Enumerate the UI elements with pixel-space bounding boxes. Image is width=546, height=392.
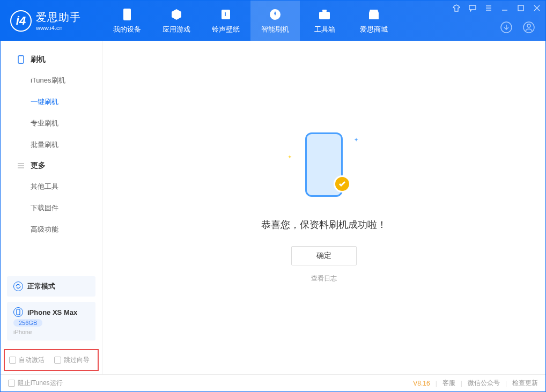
user-icon[interactable] xyxy=(522,20,536,34)
sync-icon xyxy=(13,282,23,291)
separator: | xyxy=(461,380,462,387)
device-type: iPhone xyxy=(13,329,89,335)
device-cards: 正常模式 iPhone XS Max 256GB iPhone xyxy=(1,276,102,346)
nav-group-flash: 刷机 xyxy=(1,49,102,70)
nav-group-title: 更多 xyxy=(31,161,46,171)
tab-flash[interactable]: 智能刷机 xyxy=(250,1,300,41)
user-controls xyxy=(499,20,541,38)
checkbox-auto-activate[interactable]: 自动激活 xyxy=(9,356,45,365)
checkbox-label: 自动激活 xyxy=(19,356,45,365)
checkbox-icon xyxy=(9,357,16,364)
device-icon xyxy=(120,8,134,21)
success-message: 恭喜您，保资料刷机成功啦！ xyxy=(261,218,387,231)
minimize-icon[interactable] xyxy=(500,4,509,12)
maximize-icon[interactable] xyxy=(517,4,525,12)
store-icon xyxy=(367,8,381,21)
phone-small-icon xyxy=(13,307,23,317)
sparkle-icon: ✦ xyxy=(287,154,292,160)
link-check-update[interactable]: 检查更新 xyxy=(512,379,538,388)
checkbox-label: 阻止iTunes运行 xyxy=(18,379,63,388)
link-wechat[interactable]: 微信公众号 xyxy=(468,379,500,388)
svg-rect-0 xyxy=(123,9,131,20)
logo-block: i4 爱思助手 www.i4.cn xyxy=(1,10,102,32)
phone-icon xyxy=(17,55,25,64)
nav-item-advanced[interactable]: 高级功能 xyxy=(1,219,102,240)
logo-text: 爱思助手 www.i4.cn xyxy=(36,10,81,31)
checkbox-block-itunes[interactable]: 阻止iTunes运行 xyxy=(8,379,63,388)
menu-icon[interactable] xyxy=(484,4,493,12)
nav-item-oneclick-flash[interactable]: 一键刷机 xyxy=(1,91,102,113)
body: 刷机 iTunes刷机 一键刷机 专业刷机 批量刷机 更多 其他工具 下载固件 … xyxy=(1,41,545,374)
separator: | xyxy=(436,380,437,387)
sparkle-icon: ✦ xyxy=(354,137,358,143)
toolbox-icon xyxy=(318,8,331,21)
app-url: www.i4.cn xyxy=(36,25,81,31)
close-icon[interactable] xyxy=(533,4,541,12)
sidebar-nav: 刷机 iTunes刷机 一键刷机 专业刷机 批量刷机 更多 其他工具 下载固件 … xyxy=(1,41,102,276)
cube-icon xyxy=(169,8,183,21)
tab-ringtones[interactable]: 铃声壁纸 xyxy=(201,1,250,41)
gear-icon xyxy=(268,8,282,21)
feedback-icon[interactable] xyxy=(468,4,477,12)
download-icon[interactable] xyxy=(499,20,513,34)
device-name: iPhone XS Max xyxy=(27,308,77,316)
view-log-link[interactable]: 查看日志 xyxy=(311,274,337,283)
tab-apps-games[interactable]: 应用游戏 xyxy=(152,1,201,41)
tab-toolbox[interactable]: 工具箱 xyxy=(300,1,349,41)
list-icon xyxy=(17,161,25,170)
tab-store[interactable]: 爱思商城 xyxy=(349,1,399,41)
main-tabs: 我的设备 应用游戏 铃声壁纸 智能刷机 工具箱 爱思商城 xyxy=(102,1,399,41)
window-controls xyxy=(452,4,541,12)
ok-button[interactable]: 确定 xyxy=(291,246,357,265)
app-window: i4 爱思助手 www.i4.cn 我的设备 应用游戏 铃声壁纸 智能刷机 xyxy=(0,0,546,392)
separator: | xyxy=(505,380,507,387)
tab-label: 工具箱 xyxy=(314,25,335,34)
svg-rect-10 xyxy=(17,309,20,315)
tab-label: 铃声壁纸 xyxy=(212,25,240,34)
tab-label: 爱思商城 xyxy=(360,25,388,34)
logo-icon: i4 xyxy=(10,10,32,32)
svg-rect-9 xyxy=(18,56,24,63)
link-support[interactable]: 客服 xyxy=(442,379,455,388)
capacity-badge: 256GB xyxy=(13,319,42,327)
statusbar: 阻止iTunes运行 V8.16 | 客服 | 微信公众号 | 检查更新 xyxy=(1,374,545,391)
mode-label: 正常模式 xyxy=(27,282,55,291)
nav-item-batch-flash[interactable]: 批量刷机 xyxy=(1,134,102,156)
sidebar: 刷机 iTunes刷机 一键刷机 专业刷机 批量刷机 更多 其他工具 下载固件 … xyxy=(1,41,102,374)
success-illustration: ✦ ✦ xyxy=(297,132,351,202)
svg-rect-2 xyxy=(319,12,330,19)
nav-group-title: 刷机 xyxy=(31,55,46,64)
tab-label: 应用游戏 xyxy=(163,25,190,34)
bottom-options-highlighted: 自动激活 跳过向导 xyxy=(4,349,99,371)
nav-item-download-firmware[interactable]: 下载固件 xyxy=(1,197,102,219)
tab-label: 我的设备 xyxy=(113,25,141,34)
tab-label: 智能刷机 xyxy=(261,25,289,34)
music-icon xyxy=(219,8,233,21)
titlebar: i4 爱思助手 www.i4.cn 我的设备 应用游戏 铃声壁纸 智能刷机 xyxy=(1,1,545,41)
checkbox-skip-wizard[interactable]: 跳过向导 xyxy=(54,356,90,365)
shirt-icon[interactable] xyxy=(452,4,461,12)
version-label: V8.16 xyxy=(413,380,430,387)
nav-item-other-tools[interactable]: 其他工具 xyxy=(1,176,102,197)
result-panel: ✦ ✦ 恭喜您，保资料刷机成功啦！ 确定 查看日志 xyxy=(261,132,387,283)
nav-group-more: 更多 xyxy=(1,156,102,176)
svg-rect-3 xyxy=(322,10,327,12)
main-content: ✦ ✦ 恭喜您，保资料刷机成功啦！ 确定 查看日志 xyxy=(102,41,545,374)
tab-my-device[interactable]: 我的设备 xyxy=(102,1,152,41)
checkbox-label: 跳过向导 xyxy=(64,356,90,365)
check-badge-icon xyxy=(334,175,351,193)
checkbox-icon xyxy=(8,380,15,387)
checkbox-icon xyxy=(54,357,61,364)
app-name: 爱思助手 xyxy=(36,10,81,25)
mode-card[interactable]: 正常模式 xyxy=(7,276,95,297)
svg-rect-4 xyxy=(469,5,476,10)
nav-item-pro-flash[interactable]: 专业刷机 xyxy=(1,113,102,134)
svg-point-8 xyxy=(527,24,530,27)
nav-item-itunes-flash[interactable]: iTunes刷机 xyxy=(1,70,102,91)
svg-rect-5 xyxy=(518,5,523,11)
svg-rect-1 xyxy=(222,10,230,19)
device-card[interactable]: iPhone XS Max 256GB iPhone xyxy=(7,302,95,341)
